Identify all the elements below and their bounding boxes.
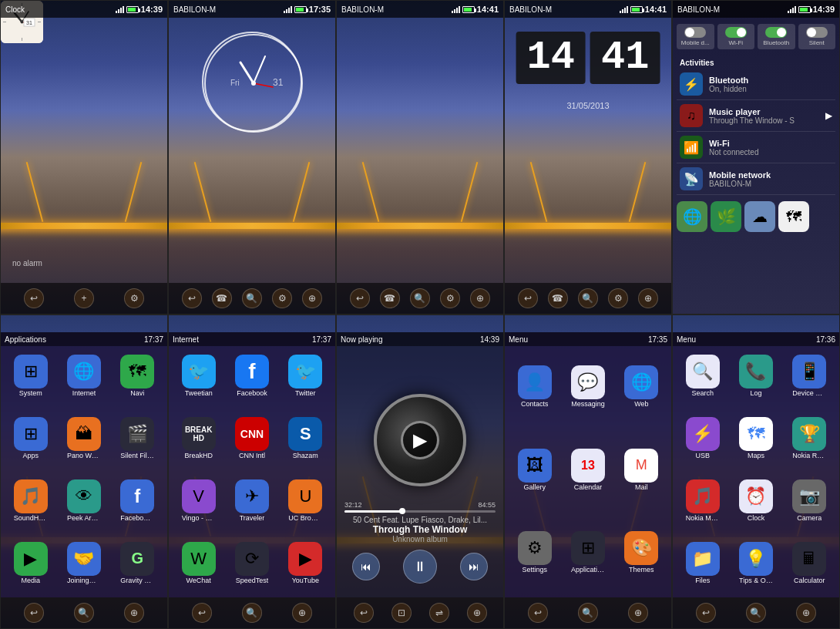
app-joininghands[interactable]: 🤝 JoiningHands <box>58 533 109 594</box>
app-shazam[interactable]: S Shazam <box>280 409 331 469</box>
app-navi[interactable]: 🗺 Navi <box>112 346 163 407</box>
app-twitter[interactable]: 🐦 Twitter <box>280 346 331 407</box>
app-breakhd[interactable]: BREAK HD BreakHD <box>173 409 224 469</box>
app-calendar[interactable]: 13 Calendar <box>562 429 613 511</box>
activity-music[interactable]: ♫ Music player Through The Window - S ▶ <box>677 100 835 132</box>
settings-btn-1[interactable]: ⚙ <box>124 288 144 308</box>
app-maps[interactable]: 🗺 Maps <box>730 409 781 469</box>
back-btn-3[interactable]: ↩ <box>350 288 370 308</box>
search-btn-6[interactable]: 🔍 <box>74 603 94 623</box>
app-clock[interactable]: ⏰ Clock <box>730 471 781 532</box>
toggle-silent[interactable]: Silent <box>798 24 836 49</box>
progress-track[interactable] <box>344 510 496 513</box>
activity-bluetooth[interactable]: ⚡ Bluetooth On, hidden <box>677 69 835 100</box>
app-soundhound[interactable]: 🎵 SoundHound <box>5 471 56 532</box>
settings-btn-3[interactable]: ⚙ <box>440 288 460 308</box>
phone-btn-4[interactable]: ☎ <box>548 288 568 308</box>
app-apps[interactable]: ⊞ Apps <box>5 409 56 469</box>
back-btn-10[interactable]: ↩ <box>696 603 716 623</box>
add-btn-2[interactable]: ⊕ <box>302 288 322 308</box>
app-ucbrowser[interactable]: U UC Browser <box>280 471 331 532</box>
add-btn-1[interactable]: + <box>74 288 94 308</box>
app-messaging[interactable]: 💬 Messaging <box>562 346 613 428</box>
app-gallery[interactable]: 🖼 Gallery <box>509 429 560 511</box>
phone-btn-2[interactable]: ☎ <box>212 288 232 308</box>
app-facebookplus[interactable]: f Facebook+ <box>112 471 163 532</box>
activity-wifi[interactable]: 📶 Wi-Fi Not connected <box>677 132 835 163</box>
prev-btn[interactable]: ⏮ <box>352 553 380 580</box>
app-log[interactable]: 📞 Log <box>730 346 781 407</box>
app-speedtest[interactable]: ⟳ SpeedTest <box>226 533 277 594</box>
app-silentfilm[interactable]: 🎬 Silent Film Di... <box>112 409 163 469</box>
app-nokia-music[interactable]: 🎵 Nokia Music <box>677 471 728 532</box>
app-web[interactable]: 🌐 Web <box>616 346 667 428</box>
app-cnn[interactable]: CNN CNN Intl <box>226 409 277 469</box>
next-btn[interactable]: ⏭ <box>460 553 488 580</box>
app-media[interactable]: ▶ Media <box>5 533 56 594</box>
add-btn-3[interactable]: ⊕ <box>470 288 490 308</box>
add-btn-10[interactable]: ⊕ <box>796 603 816 623</box>
app-system[interactable]: ⊞ System <box>5 346 56 407</box>
shuffle-btn-8[interactable]: ⇌ <box>429 603 449 623</box>
toggle-mobile[interactable]: Mobile d... <box>677 24 714 49</box>
settings-btn-2[interactable]: ⚙ <box>272 288 292 308</box>
search-btn-4[interactable]: 🔍 <box>578 288 598 308</box>
app-contacts[interactable]: 👤 Contacts <box>509 346 560 428</box>
app-files[interactable]: 📁 Files <box>677 533 728 594</box>
add-btn-4[interactable]: ⊕ <box>638 288 658 308</box>
app-pano[interactable]: 🏔 Pano Wallpa... <box>58 409 109 469</box>
app-youtube[interactable]: ▶ YouTube <box>280 533 331 594</box>
back-btn-2[interactable]: ↩ <box>182 288 202 308</box>
app-vingo[interactable]: V Vingo - Voice <box>173 471 224 532</box>
app-themes[interactable]: 🎨 Themes <box>616 512 667 594</box>
add-btn-8[interactable]: ⊕ <box>467 603 487 623</box>
back-btn-1[interactable]: ↩ <box>24 288 44 308</box>
back-btn-8[interactable]: ↩ <box>354 603 374 623</box>
back-btn-7[interactable]: ↩ <box>192 603 212 623</box>
toggle-switch-mobile[interactable] <box>684 27 706 38</box>
search-btn-7[interactable]: 🔍 <box>242 603 262 623</box>
app-facebook[interactable]: f Facebook <box>226 346 277 407</box>
app-peek[interactable]: 👁 Peek Around <box>58 471 109 532</box>
app-applications[interactable]: ⊞ Applications <box>562 512 613 594</box>
search-btn-2[interactable]: 🔍 <box>242 288 262 308</box>
app-calculator[interactable]: 🖩 Calculator <box>784 533 835 594</box>
toggle-switch-bluetooth[interactable] <box>765 27 787 38</box>
qs-app-1[interactable]: 🌐 <box>677 201 707 232</box>
app-tweetian[interactable]: 🐦 Tweetian <box>173 346 224 407</box>
app-nokia-rec[interactable]: 🏆 Nokia Reco... <box>784 409 835 469</box>
app-usb[interactable]: ⚡ USB <box>677 409 728 469</box>
activity-network[interactable]: 📡 Mobile network BABILON-M <box>677 163 835 195</box>
app-internet[interactable]: 🌐 Internet <box>58 346 109 407</box>
add-btn-7[interactable]: ⊕ <box>292 603 312 623</box>
back-btn-6[interactable]: ↩ <box>24 603 44 623</box>
qs-app-3[interactable]: ☁ <box>744 201 775 232</box>
search-btn-3[interactable]: 🔍 <box>410 288 430 308</box>
toggle-switch-wifi[interactable] <box>725 27 747 38</box>
app-device-manager[interactable]: 📱 Device mana... <box>784 346 835 407</box>
app-gravityguy[interactable]: G Gravity Guy <box>112 533 163 594</box>
pause-btn[interactable]: ⏸ <box>403 550 437 584</box>
app-settings[interactable]: ⚙ Settings <box>509 512 560 594</box>
search-btn-10[interactable]: 🔍 <box>746 603 766 623</box>
back-btn-4[interactable]: ↩ <box>518 288 538 308</box>
app-tips[interactable]: 💡 Tips & Offers <box>730 533 781 594</box>
play-btn-overlay[interactable]: ▶ <box>401 421 439 459</box>
toggle-wifi[interactable]: Wi-Fi <box>717 24 755 49</box>
toggle-switch-silent[interactable] <box>806 27 828 38</box>
app-camera[interactable]: 📷 Camera <box>784 471 835 532</box>
repeat-btn-8[interactable]: ⊡ <box>391 603 412 623</box>
toggle-bluetooth[interactable]: Bluetooth <box>758 24 795 49</box>
phone-btn-3[interactable]: ☎ <box>380 288 400 308</box>
app-search[interactable]: 🔍 Search <box>677 346 728 407</box>
progress-thumb[interactable] <box>399 508 405 514</box>
add-btn-9[interactable]: ⊕ <box>628 603 648 623</box>
back-btn-9[interactable]: ↩ <box>528 603 548 623</box>
app-wechat[interactable]: W WeChat <box>173 533 224 594</box>
search-btn-9[interactable]: 🔍 <box>578 603 598 623</box>
settings-btn-4[interactable]: ⚙ <box>608 288 628 308</box>
add-btn-6[interactable]: ⊕ <box>124 603 144 623</box>
app-mail[interactable]: M Mail <box>616 429 667 511</box>
qs-app-4[interactable]: 🗺 <box>778 201 809 232</box>
app-traveler[interactable]: ✈ Traveler <box>226 471 277 532</box>
